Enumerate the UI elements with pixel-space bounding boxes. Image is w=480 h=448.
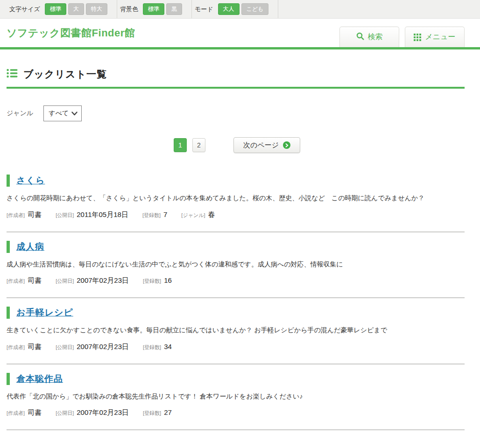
- meta-author: [作成者] 司書: [7, 276, 42, 285]
- booklist-description: 代表作「北の国から」でお馴染みの倉本聡先生作品リストです！ 倉本ワールドをお楽し…: [7, 392, 465, 401]
- booklist-icon: [7, 69, 18, 80]
- green-bar-marker: [7, 307, 10, 319]
- menu-button[interactable]: メニュー: [405, 27, 465, 47]
- meta-published-label: [公開日]: [56, 278, 74, 285]
- page-1-button[interactable]: 1: [174, 138, 187, 152]
- header-buttons: 検索 メニュー: [339, 27, 465, 47]
- mode-adult-button[interactable]: 大人: [218, 3, 240, 14]
- next-page-button[interactable]: 次のページ: [233, 137, 300, 153]
- menu-grid-icon: [414, 34, 421, 41]
- meta-author: [作成者] 司書: [7, 408, 42, 417]
- meta-count-label: [登録数]: [143, 278, 161, 285]
- bg-color-group: 背景色 標準 黒: [117, 0, 192, 18]
- booklist-meta: [作成者] 司書 [公開日] 2007年02月23日 [登録数] 34: [7, 343, 465, 351]
- meta-count-label: [登録数]: [143, 344, 161, 351]
- green-bar-marker: [7, 373, 10, 385]
- booklist-list: さくら さくらの開花時期にあわせて、「さくら」というタイトルの本を集めてみました…: [7, 166, 465, 430]
- meta-genre: [ジャンル] 春: [181, 210, 215, 219]
- meta-count-label: [登録数]: [142, 212, 161, 219]
- genre-select[interactable]: すべて: [43, 105, 82, 121]
- booklist-item: 成人病 成人病や生活習慣病は、毎日のなにげない生活の中でふと気がつく体の違和感で…: [7, 232, 465, 299]
- meta-count-value: 27: [164, 408, 172, 416]
- green-bar-marker: [7, 175, 10, 187]
- booklist-description: 生きていくことに欠かすことのできない食事。毎日の献立に悩んではいませんか？ お手…: [7, 326, 465, 335]
- meta-author-label: [作成者]: [7, 410, 25, 417]
- booklist-description: さくらの開花時期にあわせて、「さくら」というタイトルの本を集めてみました。桜の木…: [7, 194, 465, 203]
- page-2-button[interactable]: 2: [192, 138, 205, 152]
- meta-count-value: 34: [164, 343, 172, 350]
- search-icon: [356, 32, 364, 42]
- menu-button-label: メニュー: [425, 32, 455, 42]
- genre-filter-row: ジャンル すべて: [7, 105, 465, 121]
- meta-author-value: 司書: [28, 210, 42, 219]
- meta-author: [作成者] 司書: [7, 343, 42, 351]
- arrow-right-icon: [283, 141, 290, 149]
- booklist-meta: [作成者] 司書 [公開日] 2007年02月23日 [登録数] 27: [7, 408, 465, 417]
- meta-count-label: [登録数]: [143, 410, 161, 417]
- booklist-title-row: 成人病: [7, 241, 465, 253]
- font-size-large-button[interactable]: 大: [68, 3, 84, 14]
- meta-published: [公開日] 2007年02月23日: [56, 343, 129, 351]
- meta-author-label: [作成者]: [7, 212, 25, 219]
- genre-select-value: すべて: [49, 109, 69, 118]
- booklist-item: お手軽レシピ 生きていくことに欠かすことのできない食事。毎日の献立に悩んではいま…: [7, 298, 465, 364]
- genre-filter-label: ジャンル: [7, 109, 33, 118]
- font-size-xlarge-button[interactable]: 特大: [86, 3, 107, 14]
- meta-count: [登録数] 27: [143, 408, 172, 417]
- booklist-meta: [作成者] 司書 [公開日] 2011年05月18日 [登録数] 7 [ジャンル…: [7, 210, 465, 219]
- search-button[interactable]: 検索: [339, 27, 399, 47]
- meta-genre-label: [ジャンル]: [181, 212, 205, 219]
- bg-color-black-button[interactable]: 黒: [166, 3, 182, 14]
- mode-label: モード: [195, 5, 213, 14]
- meta-published-label: [公開日]: [56, 344, 74, 351]
- booklist-title-row: 倉本聡作品: [7, 373, 465, 385]
- meta-count: [登録数] 7: [142, 210, 167, 219]
- font-size-label: 文字サイズ: [9, 5, 40, 14]
- mode-kids-button[interactable]: こども: [241, 3, 269, 14]
- booklist-title-link[interactable]: さくら: [16, 175, 45, 187]
- search-button-label: 検索: [368, 32, 383, 42]
- meta-published-label: [公開日]: [56, 410, 74, 417]
- accessibility-bar: 文字サイズ 標準 大 特大 背景色 標準 黒 モード 大人 こども: [0, 0, 480, 19]
- meta-count: [登録数] 16: [143, 276, 172, 285]
- meta-author-label: [作成者]: [7, 278, 25, 285]
- meta-published-value: 2011年05月18日: [77, 210, 128, 219]
- booklist-description: 成人病や生活習慣病は、毎日のなにげない生活の中でふと気がつく体の違和感です。成人…: [7, 260, 465, 269]
- pagination: 1 2 次のページ: [7, 137, 465, 153]
- font-size-group: 文字サイズ 標準 大 特大: [7, 0, 117, 18]
- meta-author-value: 司書: [28, 343, 42, 351]
- booklist-title-link[interactable]: 倉本聡作品: [16, 373, 63, 385]
- booklist-title-row: さくら: [7, 175, 465, 187]
- meta-author-label: [作成者]: [7, 344, 25, 351]
- page-title-row: ブックリスト一覧: [7, 68, 465, 89]
- meta-author-value: 司書: [28, 408, 42, 417]
- meta-published-value: 2007年02月23日: [77, 408, 129, 417]
- meta-published-label: [公開日]: [56, 212, 74, 219]
- mode-group: モード 大人 こども: [192, 0, 278, 18]
- meta-count: [登録数] 34: [143, 343, 172, 351]
- bg-color-standard-button[interactable]: 標準: [143, 3, 164, 14]
- meta-published-value: 2007年02月23日: [77, 343, 129, 351]
- meta-published: [公開日] 2007年02月23日: [56, 276, 129, 285]
- site-title[interactable]: ソフテック図書館Finder館: [7, 26, 135, 40]
- booklist-item: さくら さくらの開花時期にあわせて、「さくら」というタイトルの本を集めてみました…: [7, 166, 465, 232]
- site-header: ソフテック図書館Finder館 検索 メニュー: [0, 19, 480, 49]
- chevron-down-icon: [71, 110, 78, 117]
- booklist-title-link[interactable]: お手軽レシピ: [16, 307, 73, 319]
- meta-published-value: 2007年02月23日: [77, 276, 129, 285]
- booklist-title-row: お手軽レシピ: [7, 307, 465, 319]
- font-size-standard-button[interactable]: 標準: [45, 3, 66, 14]
- meta-count-value: 7: [163, 210, 167, 218]
- meta-count-value: 16: [164, 276, 172, 284]
- meta-author: [作成者] 司書: [7, 210, 42, 219]
- booklist-meta: [作成者] 司書 [公開日] 2007年02月23日 [登録数] 16: [7, 276, 465, 285]
- meta-author-value: 司書: [28, 276, 42, 285]
- bg-color-label: 背景色: [120, 5, 138, 14]
- meta-genre-value: 春: [208, 210, 215, 219]
- booklist-title-link[interactable]: 成人病: [16, 241, 44, 253]
- green-bar-marker: [7, 241, 10, 253]
- main-content: ブックリスト一覧 ジャンル すべて 1 2 次のページ さくら さくらの開花時期…: [0, 68, 480, 430]
- booklist-item: 倉本聡作品 代表作「北の国から」でお馴染みの倉本聡先生作品リストです！ 倉本ワー…: [7, 364, 465, 431]
- next-page-label: 次のページ: [243, 141, 279, 150]
- meta-published: [公開日] 2011年05月18日: [56, 210, 128, 219]
